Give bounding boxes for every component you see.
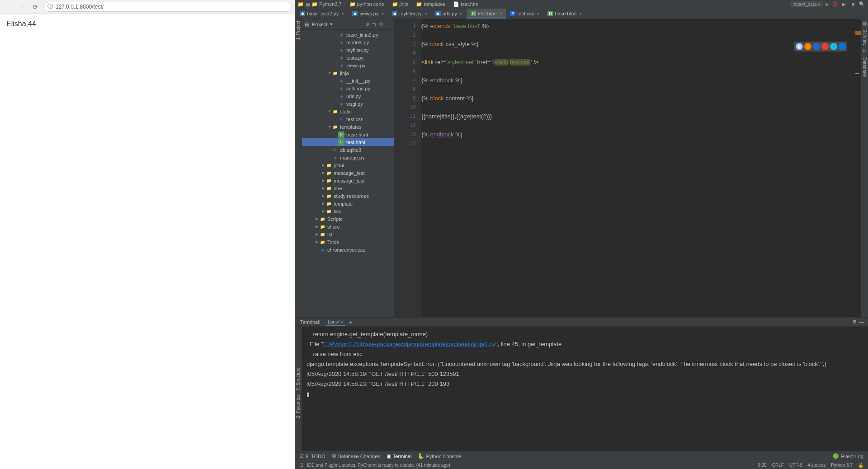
tree-item[interactable]: ◆wsgi.py — [302, 100, 394, 108]
code-area[interactable]: {% extends 'base.html' %}{% block css_st… — [421, 19, 861, 317]
close-icon[interactable]: × — [460, 11, 462, 16]
terminal-add-button[interactable]: + — [349, 319, 352, 325]
firefox-icon[interactable] — [804, 43, 811, 50]
tree-item[interactable]: ▶📁share — [302, 223, 394, 230]
structure-tab-label[interactable]: 7: Structure — [296, 367, 301, 391]
indent[interactable]: 4 spaces — [807, 463, 826, 468]
grid-icon[interactable]: ▦ — [863, 21, 867, 26]
tree-item[interactable]: ◆tests.py — [302, 54, 394, 61]
close-icon[interactable]: × — [499, 11, 502, 16]
code-line[interactable] — [421, 140, 861, 149]
code-line[interactable] — [421, 122, 861, 131]
code-line[interactable] — [421, 104, 861, 113]
run-config-dropdown[interactable]: import_data ▾ — [790, 1, 823, 7]
edge-icon[interactable] — [839, 43, 846, 50]
tree-item[interactable]: ◆__init__.py — [302, 77, 394, 84]
breadcrumb-item[interactable]: 📄 test.html — [453, 1, 480, 7]
locate-icon[interactable]: ⊕ — [365, 21, 369, 27]
update-message[interactable]: IDE and Plugin Updates: PyCharm is ready… — [307, 463, 450, 468]
breadcrumb-item[interactable]: 📁 jinja — [392, 1, 409, 7]
tree-item[interactable]: ◆settings.py — [302, 84, 394, 92]
back-button[interactable]: ← — [3, 1, 14, 12]
terminal-link[interactable]: E:\Python3.7\lib\site-packages\django\te… — [323, 341, 495, 347]
status-notifications-icon[interactable]: ☐ — [299, 463, 303, 468]
terminal-settings-icon[interactable]: ⚙ — [852, 319, 857, 325]
tree-item[interactable]: Hbase.html — [302, 131, 394, 138]
collapse-icon[interactable]: ⇆ — [372, 21, 376, 27]
interpreter[interactable]: Python 3.7 — [831, 463, 853, 468]
editor-tab[interactable]: ◆myfilter.py× — [388, 9, 431, 19]
tree-item[interactable]: ▶📁template — [302, 200, 394, 207]
tree-item[interactable]: ◆myfilter.py — [302, 46, 394, 54]
editor-tab[interactable]: #test.css× — [506, 9, 543, 19]
tree-item[interactable]: ▼📁templates — [302, 123, 394, 131]
tree-item[interactable]: ▶📁message_test — [302, 177, 394, 184]
code-line[interactable] — [421, 86, 861, 95]
opera-icon[interactable] — [821, 43, 829, 50]
settings-icon[interactable]: ⚙ — [379, 21, 383, 27]
tree-item[interactable]: ▶📁jobui — [302, 161, 394, 169]
close-icon[interactable]: × — [341, 11, 344, 16]
forward-button[interactable]: → — [16, 1, 27, 12]
search-icon[interactable]: 🔍 — [859, 1, 865, 7]
terminal-hide-icon[interactable]: — — [859, 319, 864, 325]
reload-button[interactable]: ⟳ — [30, 1, 41, 12]
safari-icon[interactable] — [813, 43, 820, 50]
encoding[interactable]: UTF-8 — [789, 463, 802, 468]
code-line[interactable] — [421, 32, 861, 41]
tree-item[interactable]: ▶📁Scripts — [302, 215, 394, 223]
project-tab-label[interactable]: 1: Project — [296, 21, 301, 40]
project-tree[interactable]: ◆base_jinja2.py◆models.py◆myfilter.py◆te… — [302, 30, 394, 317]
tree-item[interactable]: Htest.html — [302, 138, 394, 146]
tree-item[interactable]: ▼📁jinja — [302, 69, 394, 77]
editor-tab[interactable]: ◆base_jinja2.py× — [296, 9, 348, 19]
close-icon[interactable]: × — [579, 11, 582, 16]
code-line[interactable]: <link rel="stylesheel" href="/static/tes… — [421, 59, 861, 68]
run-button[interactable]: ▶ — [826, 1, 829, 7]
tree-item[interactable]: ▶📁two — [302, 207, 394, 215]
db-changes-tab[interactable]: ⛁ Database Changes — [332, 453, 380, 459]
tree-item[interactable]: ◆manage.py — [302, 154, 394, 161]
code-line[interactable]: {% block content %} — [421, 95, 861, 104]
terminal-body[interactable]: return engine.get_template(template_name… — [302, 327, 868, 451]
breadcrumb-item[interactable]: ▤ 📁 Python3.7 — [306, 1, 342, 7]
stop-button[interactable]: ■ — [850, 1, 856, 7]
tree-item[interactable]: ◆base_jinja2.py — [302, 31, 394, 38]
code-line[interactable]: {% endblock %} — [421, 77, 861, 86]
read-only-lock-icon[interactable]: 🔓 — [858, 463, 863, 468]
tree-item[interactable]: ⛁db.sqlite3 — [302, 146, 394, 154]
tree-item[interactable]: #test.css — [302, 115, 394, 123]
caret-position[interactable]: 9:20 — [758, 463, 766, 468]
run-attached-button[interactable]: ▶ — [841, 1, 847, 7]
tree-item[interactable]: ◆urls.py — [302, 92, 394, 100]
close-icon[interactable]: × — [381, 11, 384, 16]
editor-tab[interactable]: Hbase.html× — [543, 9, 586, 19]
project-dropdown-icon[interactable]: ▾ — [330, 21, 333, 27]
code-line[interactable]: {% extends 'base.html' %} — [421, 23, 861, 32]
terminal-tab-local[interactable]: Local × — [326, 318, 346, 326]
tree-item[interactable]: ◆models.py — [302, 38, 394, 46]
favorites-tab-label[interactable]: 2: Favorites — [296, 394, 301, 418]
db-icon[interactable]: 🗄 — [863, 49, 867, 54]
database-tab-label[interactable]: Database — [862, 57, 867, 77]
tree-item[interactable]: ▶📁mesasge_test — [302, 169, 394, 177]
line-separator[interactable]: CRLF — [772, 463, 784, 468]
editor[interactable]: 1234567891011121314 {% extends 'base.htm… — [394, 19, 861, 317]
tree-item[interactable]: ▶📁Tools — [302, 238, 394, 246]
chrome-icon[interactable] — [796, 43, 803, 50]
breadcrumb-item[interactable]: 📁 templates — [416, 1, 445, 7]
address-bar[interactable]: ⓘ 127.0.0.1:8000/test/ — [43, 2, 292, 12]
tree-item[interactable]: ▶📁one — [302, 184, 394, 192]
ie-icon[interactable] — [830, 43, 837, 50]
todo-tab[interactable]: ☑ 6: TODO — [299, 453, 326, 459]
editor-tab[interactable]: ◆urls.py× — [431, 9, 467, 19]
tree-item[interactable]: ▼📁static — [302, 108, 394, 115]
breadcrumb-item[interactable]: 📁 python code — [349, 1, 384, 7]
sciview-tab-label[interactable]: SciView — [862, 29, 867, 45]
code-line[interactable]: {% endblock %} — [421, 131, 861, 140]
python-console-tab[interactable]: 🐍 Python Console — [418, 453, 461, 459]
code-line[interactable]: {{name|title}},{{age|test(2)}} — [421, 113, 861, 122]
code-line[interactable] — [421, 68, 861, 77]
tree-item[interactable]: ◆chromedriver.exe — [302, 246, 394, 253]
tree-item[interactable]: ◆views.py — [302, 61, 394, 69]
